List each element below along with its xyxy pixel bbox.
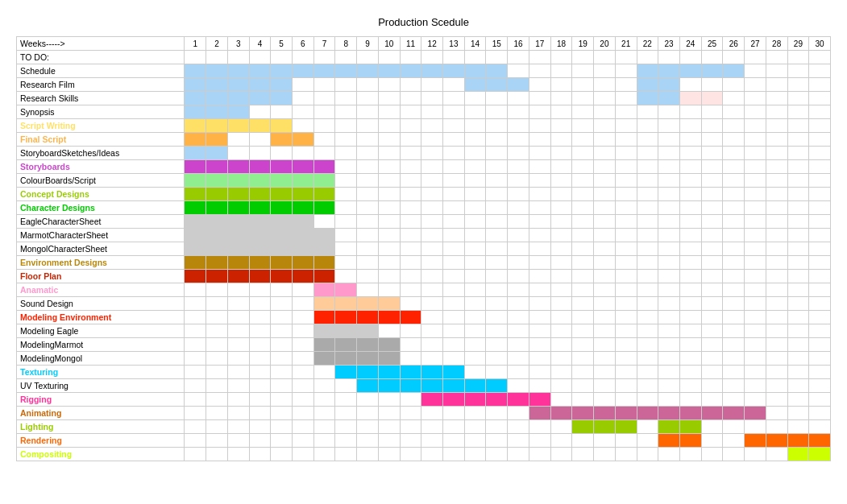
gantt-cell <box>335 393 357 407</box>
gantt-cell <box>658 188 680 201</box>
gantt-cell <box>464 352 486 366</box>
gantt-cell <box>443 407 465 420</box>
gantt-cell <box>637 147 658 160</box>
gantt-cell <box>658 256 680 270</box>
week-header-14: 14 <box>464 37 486 51</box>
gantt-cell <box>766 105 787 119</box>
gantt-cell <box>357 434 379 448</box>
gantt-cell <box>313 352 335 366</box>
gantt-cell <box>464 92 486 105</box>
gantt-cell <box>508 352 529 366</box>
table-row: Storyboards <box>17 160 831 174</box>
week-header-27: 27 <box>745 37 766 51</box>
gantt-cell <box>400 105 421 119</box>
gantt-cell <box>400 448 421 461</box>
gantt-cell <box>378 352 400 366</box>
gantt-cell <box>679 352 701 366</box>
gantt-cell <box>594 393 616 407</box>
gantt-cell <box>293 78 314 92</box>
gantt-cell <box>550 51 572 64</box>
gantt-cell <box>594 420 616 434</box>
gantt-cell <box>508 311 529 324</box>
gantt-cell <box>550 215 572 229</box>
row-label: Schedule <box>17 64 185 78</box>
gantt-cell <box>615 379 637 393</box>
gantt-cell <box>313 434 335 448</box>
gantt-cell <box>313 92 335 105</box>
gantt-cell <box>293 448 314 461</box>
gantt-cell <box>594 147 616 160</box>
gantt-cell <box>572 270 594 283</box>
gantt-cell <box>637 420 658 434</box>
gantt-cell <box>249 242 271 256</box>
gantt-cell <box>313 297 335 311</box>
gantt-cell <box>378 201 400 215</box>
week-header-17: 17 <box>529 37 550 51</box>
table-row: ModelingMongol <box>17 352 831 366</box>
gantt-cell <box>745 92 766 105</box>
gantt-cell <box>185 270 206 283</box>
gantt-cell <box>227 393 249 407</box>
gantt-cell <box>206 147 228 160</box>
gantt-cell <box>271 338 293 352</box>
gantt-cell <box>723 448 745 461</box>
gantt-cell <box>357 201 379 215</box>
gantt-cell <box>335 311 357 324</box>
gantt-cell <box>550 105 572 119</box>
gantt-cell <box>271 51 293 64</box>
gantt-cell <box>723 229 745 242</box>
row-label: Modeling Eagle <box>17 324 185 338</box>
gantt-cell <box>745 434 766 448</box>
gantt-cell <box>809 338 831 352</box>
gantt-cell <box>594 297 616 311</box>
gantt-cell <box>227 64 249 78</box>
gantt-cell <box>701 229 723 242</box>
gantt-cell <box>357 188 379 201</box>
row-label: TO DO: <box>17 51 185 64</box>
gantt-cell <box>766 229 787 242</box>
gantt-cell <box>508 51 529 64</box>
gantt-cell <box>701 201 723 215</box>
gantt-cell <box>271 407 293 420</box>
gantt-cell <box>723 242 745 256</box>
gantt-cell <box>809 379 831 393</box>
gantt-cell <box>313 338 335 352</box>
gantt-cell <box>637 338 658 352</box>
table-row: Concept Designs <box>17 188 831 201</box>
gantt-cell <box>594 64 616 78</box>
gantt-cell <box>400 352 421 366</box>
gantt-cell <box>313 147 335 160</box>
gantt-cell <box>701 78 723 92</box>
gantt-cell <box>787 448 809 461</box>
gantt-cell <box>486 201 508 215</box>
gantt-cell <box>293 324 314 338</box>
gantt-cell <box>249 147 271 160</box>
gantt-cell <box>637 188 658 201</box>
gantt-cell <box>378 407 400 420</box>
gantt-cell <box>443 119 465 133</box>
gantt-body: TO DO:ScheduleResearch FilmResearch Skil… <box>17 51 831 461</box>
gantt-cell <box>421 174 443 188</box>
gantt-cell <box>227 434 249 448</box>
gantt-cell <box>400 393 421 407</box>
gantt-cell <box>508 393 529 407</box>
table-row: StoryboardSketches/Ideas <box>17 147 831 160</box>
gantt-cell <box>787 297 809 311</box>
gantt-cell <box>637 229 658 242</box>
gantt-cell <box>809 64 831 78</box>
gantt-cell <box>335 51 357 64</box>
gantt-cell <box>486 64 508 78</box>
week-header-30: 30 <box>809 37 831 51</box>
gantt-cell <box>723 379 745 393</box>
gantt-cell <box>745 78 766 92</box>
gantt-cell <box>486 311 508 324</box>
gantt-cell <box>335 174 357 188</box>
gantt-cell <box>271 434 293 448</box>
gantt-cell <box>400 160 421 174</box>
gantt-cell <box>809 407 831 420</box>
gantt-cell <box>185 78 206 92</box>
gantt-cell <box>357 270 379 283</box>
gantt-cell <box>357 229 379 242</box>
gantt-cell <box>293 119 314 133</box>
gantt-cell <box>637 352 658 366</box>
